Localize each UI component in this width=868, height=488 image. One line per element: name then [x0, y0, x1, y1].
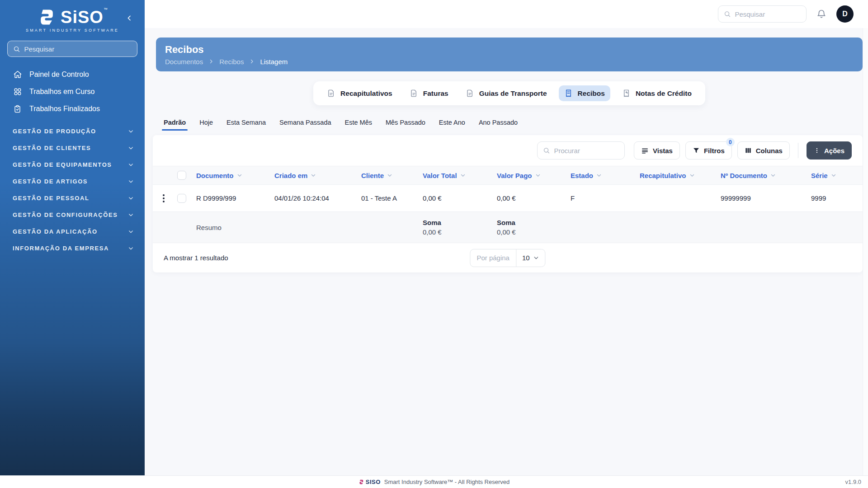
section-label: INFORMAÇÃO DA EMPRESA: [13, 245, 109, 252]
filter-tab-padrao[interactable]: Padrão: [164, 119, 186, 131]
tab-recapitulativos[interactable]: Recapitulativos: [321, 85, 398, 101]
colunas-button[interactable]: Colunas: [737, 141, 790, 160]
tab-notas-de-credito[interactable]: Notas de Crédito: [617, 85, 697, 101]
column-label: Recapitulativo: [640, 172, 686, 179]
document-icon: [466, 89, 474, 98]
filter-tab-ano-passado[interactable]: Ano Passado: [479, 119, 518, 131]
columns-icon: [745, 147, 752, 154]
summary-valor-total: Soma 0,00 €: [423, 219, 497, 236]
sidebar-item-label: Trabalhos em Curso: [29, 88, 94, 96]
date-filter-tabs: Padrão Hoje Esta Semana Semana Passada E…: [164, 119, 863, 131]
notifications-button[interactable]: [816, 9, 826, 19]
search-icon: [543, 146, 550, 155]
filter-tab-este-ano[interactable]: Este Ano: [439, 119, 465, 131]
column-label: Nº Documento: [721, 172, 767, 179]
home-icon: [13, 70, 23, 79]
results-count: A mostrar 1 resultado: [164, 254, 228, 262]
column-header-n-documento[interactable]: Nº Documento: [721, 172, 811, 179]
sidebar-search-input[interactable]: [24, 45, 132, 53]
funnel-icon: [693, 147, 700, 154]
column-header-serie[interactable]: Série: [811, 172, 863, 179]
siso-logo-icon: [37, 7, 57, 27]
row-actions-kebab[interactable]: [158, 191, 169, 206]
page-title: Recibos: [165, 44, 854, 56]
column-header-valor-total[interactable]: Valor Total: [423, 172, 497, 179]
receipt-icon: [564, 89, 573, 98]
siso-footer-logo-icon: [359, 479, 364, 485]
footer-siso-logo: SISO: [359, 479, 381, 485]
table-row[interactable]: R D9999/999 04/01/26 10:24:04 01 - Teste…: [153, 185, 863, 212]
sidebar-sections: GESTÃO DE PRODUÇÃO GESTÃO DE CLIENTES GE…: [0, 123, 145, 257]
chevron-right-icon: [208, 59, 214, 64]
sidebar-section-gestao-de-artigos[interactable]: GESTÃO DE ARTIGOS: [0, 173, 145, 190]
per-page-value: 10: [522, 254, 530, 262]
sort-chevron-icon: [689, 173, 695, 178]
footer-brand: SISO: [366, 479, 381, 485]
chevron-down-icon: [128, 162, 134, 168]
breadcrumb-documentos[interactable]: Documentos: [165, 58, 203, 66]
app-root: SiSO ™ SMART INDUSTRY SOFTWARE Pai: [0, 0, 868, 488]
column-header-cliente[interactable]: Cliente: [361, 172, 423, 179]
sidebar-section-gestao-de-clientes[interactable]: GESTÃO DE CLIENTES: [0, 140, 145, 156]
filtros-button[interactable]: Filtros 0: [685, 141, 732, 160]
tab-guias-de-transporte[interactable]: Guias de Transporte: [460, 85, 552, 101]
footer: SISO Smart Industry Software™ - All Righ…: [0, 475, 868, 488]
sidebar-item-trabalhos-em-curso[interactable]: Trabalhos em Curso: [0, 83, 145, 100]
tab-recibos[interactable]: Recibos: [559, 85, 610, 101]
chevron-left-icon: [126, 14, 133, 22]
global-search-input[interactable]: [735, 10, 801, 18]
chevron-down-icon: [128, 178, 134, 184]
sort-chevron-icon: [311, 173, 316, 178]
results-card: Vistas Filtros 0 Colunas: [153, 135, 863, 272]
column-label: Série: [811, 172, 828, 179]
filter-tab-este-mes[interactable]: Este Mês: [345, 119, 372, 131]
column-header-valor-pago[interactable]: Valor Pago: [497, 172, 571, 179]
column-label: Documento: [196, 172, 234, 179]
section-label: GESTÃO DE EQUIPAMENTOS: [13, 161, 112, 168]
filter-tab-semana-passada[interactable]: Semana Passada: [279, 119, 331, 131]
tab-label: Faturas: [423, 89, 448, 98]
section-label: GESTÃO DE PESSOAL: [13, 195, 90, 202]
column-header-estado[interactable]: Estado: [571, 172, 640, 179]
chevron-down-icon: [128, 245, 134, 251]
document-icon: [410, 89, 418, 98]
column-label: Valor Total: [423, 172, 457, 179]
vistas-button[interactable]: Vistas: [634, 141, 680, 160]
avatar[interactable]: D: [836, 5, 854, 23]
cell-estado: F: [571, 194, 640, 202]
sidebar-section-gestao-de-equipamentos[interactable]: GESTÃO DE EQUIPAMENTOS: [0, 156, 145, 173]
section-label: GESTÃO DA APLICAÇÃO: [13, 228, 98, 235]
sidebar-collapse-button[interactable]: [124, 13, 135, 23]
credit-note-icon: [622, 89, 631, 98]
tab-faturas[interactable]: Faturas: [404, 85, 454, 101]
breadcrumb-recibos[interactable]: Recibos: [219, 58, 244, 66]
filter-tab-mes-passado[interactable]: Mês Passado: [386, 119, 425, 131]
acoes-button[interactable]: Ações: [807, 141, 852, 160]
column-header-criado-em[interactable]: Criado em: [274, 172, 361, 179]
scrollbar[interactable]: [863, 28, 868, 475]
table-search-input[interactable]: [554, 147, 619, 155]
chevron-right-icon: [249, 59, 255, 64]
per-page-select[interactable]: Por página 10: [470, 249, 545, 267]
select-all-checkbox[interactable]: [177, 171, 186, 180]
sidebar-item-trabalhos-finalizados[interactable]: Trabalhos Finalizados: [0, 100, 145, 117]
sidebar-item-painel-de-controlo[interactable]: Painel de Controlo: [0, 66, 145, 83]
column-header-documento[interactable]: Documento: [196, 172, 274, 179]
filter-tab-esta-semana[interactable]: Esta Semana: [226, 119, 266, 131]
sidebar-section-gestao-de-producao[interactable]: GESTÃO DE PRODUÇÃO: [0, 123, 145, 140]
chevron-down-icon: [533, 255, 539, 261]
sidebar-section-gestao-da-aplicacao[interactable]: GESTÃO DA APLICAÇÃO: [0, 223, 145, 240]
sidebar-section-gestao-de-pessoal[interactable]: GESTÃO DE PESSOAL: [0, 190, 145, 206]
chevron-down-icon: [128, 229, 134, 235]
sidebar-section-informacao-da-empresa[interactable]: INFORMAÇÃO DA EMPRESA: [0, 240, 145, 257]
clipboard-check-icon: [13, 104, 23, 113]
filter-tab-hoje[interactable]: Hoje: [199, 119, 213, 131]
row-checkbox[interactable]: [177, 194, 186, 203]
global-search: [718, 5, 807, 23]
toolbar-divider: [798, 143, 798, 158]
sidebar-section-gestao-de-configuracoes[interactable]: GESTÃO DE CONFIGURAÇÕES: [0, 206, 145, 223]
chevron-down-icon: [128, 145, 134, 151]
column-header-recapitulativo[interactable]: Recapitulativo: [640, 172, 721, 179]
cell-criado-em: 04/01/26 10:24:04: [274, 194, 361, 202]
column-label: Criado em: [274, 172, 307, 179]
